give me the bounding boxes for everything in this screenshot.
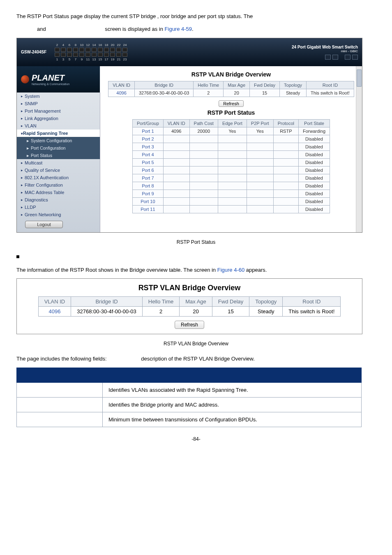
cell: Disabled: [299, 158, 330, 166]
fields-line-b: description of the RSTP VLAN Bridge Over…: [141, 356, 255, 362]
sidebar-label: VLAN: [25, 123, 37, 128]
scrollbar[interactable]: [356, 66, 362, 232]
cell: [163, 166, 189, 174]
sidebar-item-multicast[interactable]: Multicast: [17, 159, 100, 166]
cell: [247, 150, 273, 158]
cell: [247, 205, 273, 213]
sidebar-item-qos[interactable]: Quality of Service: [17, 166, 100, 174]
cell: Disabled: [299, 190, 330, 197]
cell: Port 5: [132, 158, 163, 166]
port-status-title: RSTP Port Status: [106, 109, 356, 116]
cell-bridge: 32768:00-30-4f-00-00-03: [71, 307, 143, 317]
sidebar-label: Quality of Service: [25, 168, 60, 173]
cell-fwd: 15: [250, 89, 280, 97]
cell: [218, 166, 247, 174]
cell: Port 11: [132, 205, 163, 213]
cell: [218, 205, 247, 213]
cell: [273, 158, 298, 166]
cell: Port 6: [132, 166, 163, 174]
cell-vlan: 4096: [108, 89, 135, 97]
logo: PLANET Networking & Communication: [17, 66, 100, 92]
th-hello: Hello Time: [142, 297, 179, 307]
sidebar-sub-port-configuration[interactable]: ▸ Port Configuration: [17, 144, 100, 152]
th-edge: Edge Port: [218, 119, 247, 127]
sidebar-item-filter[interactable]: Filter Configuration: [17, 181, 100, 189]
th-hello: Hello Time: [194, 81, 224, 89]
fig2-refresh-button[interactable]: Refresh: [175, 321, 204, 329]
cell-vlan: 4096: [38, 307, 71, 317]
table-row: Port 11Disabled: [132, 205, 330, 213]
sidebar-label: 802.1X Authentication: [25, 175, 69, 180]
sidebar-label: System: [25, 94, 40, 99]
sidebar-item-lldp[interactable]: LLDP: [17, 204, 100, 211]
table-row: 4096 32768:00-30-4f-00-00-03 2 20 15 Ste…: [38, 307, 341, 317]
sidebar-item-diagnostics[interactable]: Diagnostics: [17, 196, 100, 204]
desc-header-right: [103, 368, 362, 383]
intro-and: and: [37, 26, 46, 32]
mini-gbic-label: mini - GBIC: [292, 49, 358, 53]
logo-subtitle: Networking & Communication: [32, 83, 69, 86]
para2-text-a: The information of the RSTP Root shows i…: [16, 267, 217, 273]
sidebar-sub-system-configuration[interactable]: ▸ System Configuration: [17, 137, 100, 144]
sidebar-sub-port-status[interactable]: ▸ Port Status: [17, 152, 100, 159]
sidebar-item-rapid-spanning-tree[interactable]: Rapid Spanning Tree: [17, 130, 100, 137]
cell-hello: 2: [142, 307, 179, 317]
cell: [247, 174, 273, 182]
cell: Port 2: [132, 135, 163, 143]
th-bridge: Bridge ID: [71, 297, 143, 307]
th-proto: Protocol: [273, 119, 298, 127]
cell: [163, 205, 189, 213]
sidebar-item-snmp[interactable]: SNMP: [17, 100, 100, 107]
sidebar-item-port-management[interactable]: Port Management: [17, 107, 100, 115]
screenshot-frame-1: GSW-2404SF 21 43 65 87 109 1211 1413 161…: [16, 38, 362, 233]
cell: [218, 174, 247, 182]
sidebar-item-green-networking[interactable]: Green Networking: [17, 211, 100, 218]
desc-bridge: Identifies the Bridge priority and MAC a…: [103, 398, 362, 412]
sidebar-item-vlan[interactable]: VLAN: [17, 122, 100, 130]
cell: Disabled: [299, 150, 330, 158]
cell-fwd: 15: [212, 307, 249, 317]
figure-2-caption: RSTP VLAN Bridge Overview: [16, 341, 376, 347]
cell: [189, 197, 218, 205]
cell: [163, 158, 189, 166]
table-row: Port 8Disabled: [132, 182, 330, 190]
sidebar-label: Filter Configuration: [25, 183, 63, 187]
sidebar-item-system[interactable]: System: [17, 92, 100, 100]
table-row: Port 3Disabled: [132, 143, 330, 150]
cell: [189, 143, 218, 150]
cell: [218, 150, 247, 158]
intro-line-2: and screen is displayed as in Figure 4-5…: [16, 25, 376, 34]
table-row: Minimum time between transmissions of Co…: [17, 412, 362, 427]
sidebar-label: Link Aggregation: [25, 116, 58, 121]
sidebar-item-link-aggregation[interactable]: Link Aggregation: [17, 115, 100, 122]
th-path: Path Cost: [189, 119, 218, 127]
logout-button[interactable]: Logout: [25, 221, 63, 228]
cell: [273, 205, 298, 213]
th-root-id: Root ID: [307, 81, 354, 89]
cell: [218, 135, 247, 143]
th-vlan-id: VLAN ID: [108, 81, 135, 89]
refresh-button[interactable]: Refresh: [219, 100, 244, 107]
cell: Yes: [247, 127, 273, 135]
figure-1-caption: RSTP Port Status: [16, 239, 376, 245]
sidebar-item-8021x[interactable]: 802.1X Authentication: [17, 174, 100, 181]
sidebar-label: Port Status: [31, 153, 52, 158]
cell: [218, 197, 247, 205]
cell: [247, 166, 273, 174]
cell: [189, 150, 218, 158]
cell: [247, 197, 273, 205]
bullet-icon: [16, 255, 19, 258]
cell: Disabled: [299, 205, 330, 213]
intro-line-1: The RSTP Port Status page display the cu…: [16, 12, 376, 21]
cell: Port 3: [132, 143, 163, 150]
desc-vlan: Identifies VLANs associated with the Rap…: [103, 383, 362, 398]
cell: [218, 182, 247, 190]
cell-hello: 2: [194, 89, 224, 97]
cell: Yes: [218, 127, 247, 135]
th-fwd: Fwd Delay: [212, 297, 249, 307]
figure-link-60[interactable]: Figure 4-60: [217, 267, 244, 273]
cell: [247, 158, 273, 166]
fields-description-table: Identifies VLANs associated with the Rap…: [16, 368, 362, 427]
figure-link-59[interactable]: Figure 4-59: [165, 26, 192, 32]
sidebar-item-mac-table[interactable]: MAC Address Table: [17, 189, 100, 196]
